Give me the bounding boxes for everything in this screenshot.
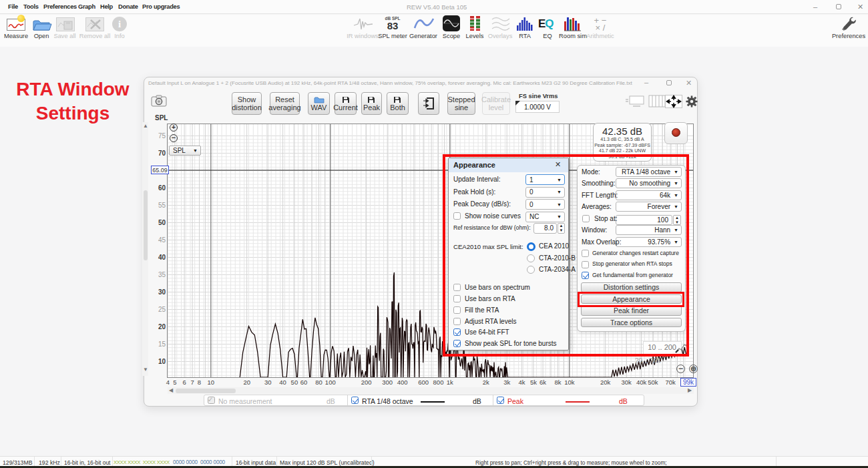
svg-text:300: 300	[382, 379, 393, 386]
svg-text:6: 6	[182, 379, 186, 386]
svg-text:2k: 2k	[483, 379, 489, 386]
svg-text:1k: 1k	[447, 379, 453, 386]
svg-text:8: 8	[198, 379, 201, 386]
svg-text:50: 50	[158, 219, 166, 226]
svg-text:5k: 5k	[530, 379, 537, 386]
svg-text:800: 800	[433, 379, 444, 386]
svg-text:55: 55	[158, 202, 166, 209]
svg-text:30k: 30k	[622, 379, 632, 386]
svg-text:5: 5	[173, 379, 176, 386]
svg-text:15: 15	[158, 340, 166, 348]
svg-text:20k: 20k	[600, 379, 611, 386]
svg-text:7: 7	[190, 379, 194, 386]
svg-text:70k: 70k	[665, 379, 676, 386]
svg-text:35: 35	[158, 271, 166, 278]
svg-text:40k: 40k	[636, 379, 647, 386]
svg-text:10k: 10k	[564, 379, 575, 386]
svg-text:8k: 8k	[554, 379, 561, 386]
svg-text:3k: 3k	[503, 379, 510, 386]
svg-text:4k: 4k	[519, 379, 525, 386]
svg-text:10: 10	[158, 358, 166, 365]
svg-text:4: 4	[166, 379, 170, 386]
svg-text:10: 10	[208, 379, 215, 386]
svg-text:20: 20	[243, 379, 250, 386]
svg-text:400: 400	[397, 379, 408, 386]
svg-text:60: 60	[300, 379, 308, 386]
svg-text:50: 50	[291, 379, 298, 386]
svg-text:75: 75	[158, 132, 166, 140]
svg-text:30: 30	[264, 379, 272, 386]
svg-text:40: 40	[279, 379, 286, 386]
svg-text:60: 60	[158, 184, 166, 192]
svg-text:30: 30	[158, 288, 166, 296]
svg-text:20: 20	[158, 323, 166, 330]
svg-text:6k: 6k	[539, 379, 546, 386]
svg-text:70: 70	[158, 150, 166, 157]
svg-text:100: 100	[325, 379, 336, 386]
svg-text:80: 80	[315, 379, 322, 386]
svg-text:25: 25	[158, 306, 166, 313]
svg-text:200: 200	[361, 379, 372, 386]
svg-text:600: 600	[418, 379, 429, 386]
svg-text:45: 45	[158, 236, 166, 244]
svg-text:50k: 50k	[648, 379, 658, 386]
svg-text:40: 40	[158, 254, 166, 261]
